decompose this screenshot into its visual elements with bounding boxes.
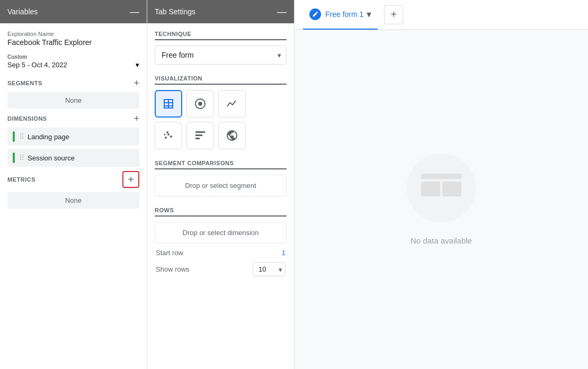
tab-dropdown-arrow-icon[interactable]: ▾ [367,8,371,20]
dimensions-add-btn[interactable]: + [133,114,139,123]
svg-point-1 [167,133,170,136]
show-rows-row: Show rows 5 10 25 50 100 ▾ [155,262,287,276]
viz-btn-line[interactable] [218,90,246,118]
svg-point-2 [170,136,172,138]
svg-rect-10 [421,182,440,196]
svg-point-0 [165,137,167,139]
svg-rect-6 [195,134,202,136]
svg-rect-11 [442,182,461,196]
rows-drop-zone[interactable]: Drop or select dimension [155,222,287,244]
start-row-value: 1 [282,249,286,257]
segment-comparisons-section: SEGMENT COMPARISONS Drop or select segme… [155,160,287,196]
show-rows-select[interactable]: 5 10 25 50 100 [253,262,286,276]
show-rows-label: Show rows [156,265,190,273]
segments-section-header: SEGMENTS + [7,78,139,88]
exploration-name: Facebook Traffic Explorer [7,38,139,47]
tab-settings-panel: Tab Settings — TECHNIQUE Free form Funne… [147,0,295,369]
visualization-title: VISUALIZATION [155,75,287,85]
start-row-row: Start row 1 [155,249,287,257]
visualization-section: VISUALIZATION [155,75,287,149]
tab-settings-panel-header: Tab Settings — [147,0,294,23]
exploration-label: Exploration Name: [7,31,139,37]
viz-btn-bar[interactable] [186,122,214,149]
tab-settings-minimize-btn[interactable]: — [277,7,287,16]
svg-rect-5 [195,131,205,133]
segment-comparisons-title: SEGMENT COMPARISONS [155,160,287,169]
no-data-illustration [394,154,489,228]
rows-section: ROWS Drop or select dimension Start row … [155,207,287,276]
svg-rect-9 [421,174,461,179]
viz-btn-scatter[interactable] [155,122,182,149]
visualization-grid [155,90,287,149]
tab-settings-panel-title: Tab Settings [155,7,195,16]
metrics-none-pill: None [7,192,139,209]
technique-title: TECHNIQUE [155,31,287,40]
viz-btn-map[interactable] [218,122,246,149]
technique-section: TECHNIQUE Free form Funnel exploration S… [155,31,287,65]
variables-panel-header: Variables — [0,0,147,23]
tab-free-form-1[interactable]: Free form 1 ▾ [303,0,378,30]
variables-panel-body: Exploration Name: Facebook Traffic Explo… [0,23,147,369]
drag-handle-icon: ⠿ [19,132,24,141]
svg-point-8 [407,154,476,222]
variables-panel-title: Variables [7,7,38,16]
viz-btn-table[interactable] [155,90,182,118]
metrics-title: METRICS [7,176,35,183]
dimension-indicator [13,131,15,142]
segments-none-pill: None [7,92,139,109]
dimension-item-landing-page[interactable]: ⠿ Landing page [7,128,139,146]
rows-title: ROWS [155,207,287,217]
dimension-item-session-source[interactable]: ⠿ Session source [7,149,139,167]
tab-settings-body: TECHNIQUE Free form Funnel exploration S… [147,23,294,292]
segments-title: SEGMENTS [7,80,42,86]
svg-point-3 [166,131,168,133]
canvas-area: No data available [295,30,588,369]
dimensions-section-header: DIMENSIONS + [7,114,139,123]
start-row-label: Start row [156,249,183,257]
main-content: Free form 1 ▾ + No data available [295,0,588,369]
tab-add-icon: + [391,8,397,21]
rows-drop-label: Drop or select dimension [183,229,259,237]
dimensions-title: DIMENSIONS [7,115,47,122]
date-range-value: Sep 5 - Oct 4, 2022 [7,61,67,69]
metrics-add-btn[interactable]: + [122,171,139,188]
dimension-label: Landing page [28,133,69,141]
date-range-selector[interactable]: Sep 5 - Oct 4, 2022 ▾ [7,61,139,69]
tab-name: Free form 1 [325,10,363,19]
variables-minimize-btn[interactable]: — [130,7,139,16]
segments-add-btn[interactable]: + [133,78,139,88]
svg-rect-7 [195,138,200,139]
dimension-label: Session source [28,154,75,162]
technique-select[interactable]: Free form Funnel exploration Segment ove… [155,46,287,65]
metrics-add-icon: + [128,174,134,186]
dimension-indicator [13,152,15,163]
drag-handle-icon: ⠿ [19,154,24,162]
variables-panel: Variables — Exploration Name: Facebook T… [0,0,147,369]
show-rows-select-wrapper[interactable]: 5 10 25 50 100 ▾ [253,262,286,276]
svg-point-4 [164,134,166,136]
tab-add-btn[interactable]: + [384,5,403,24]
metrics-section-header: METRICS + [7,171,139,188]
technique-select-wrapper[interactable]: Free form Funnel exploration Segment ove… [155,46,287,65]
segment-drop-label: Drop or select segment [185,182,256,190]
tab-bar: Free form 1 ▾ + [295,0,588,30]
date-range-label: Custom [7,54,139,60]
no-data-text: No data available [411,236,472,245]
segment-drop-zone[interactable]: Drop or select segment [155,175,287,196]
date-range-arrow-icon: ▾ [136,61,139,69]
tab-edit-icon [309,8,321,20]
viz-btn-donut[interactable] [186,90,214,118]
